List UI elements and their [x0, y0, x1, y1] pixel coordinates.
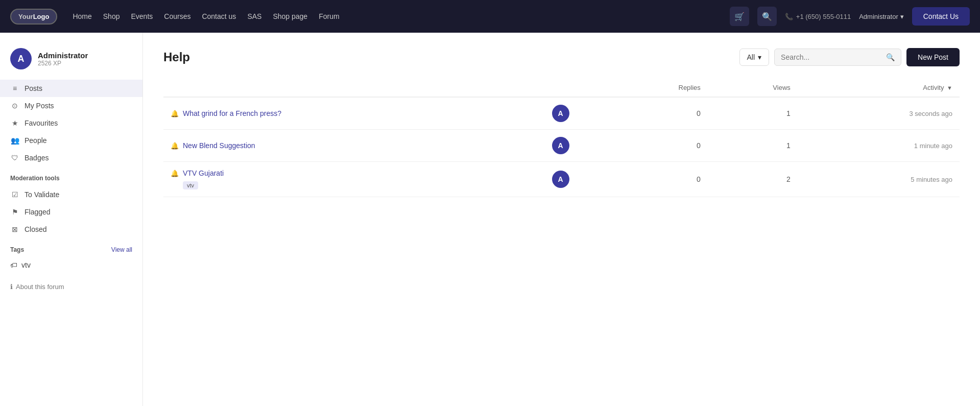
- nav-contact-us[interactable]: Contact us: [202, 12, 236, 20]
- flag-icon: ⚑: [10, 208, 19, 216]
- nav-shop[interactable]: Shop: [103, 12, 120, 20]
- logo[interactable]: YourLogo: [10, 9, 57, 25]
- nav-links: Home Shop Events Courses Contact us SAS …: [73, 12, 729, 20]
- user-name: Administrator: [38, 51, 88, 60]
- people-icon: 👥: [10, 136, 19, 145]
- page-body: A Administrator 2526 XP ≡ Posts ⊙ My Pos…: [0, 33, 980, 406]
- view-all-tags[interactable]: View all: [111, 246, 132, 253]
- sidebar-item-badges[interactable]: 🛡 Badges: [0, 149, 142, 166]
- sidebar-favourites-label: Favourites: [25, 119, 58, 127]
- filter-search-row: All ▾ 🔍 New Post: [739, 48, 960, 66]
- post-replies: 0: [605, 97, 708, 130]
- post-activity: 1 minute ago: [798, 130, 960, 162]
- nav-sas[interactable]: SAS: [247, 12, 261, 20]
- sidebar-closed-label: Closed: [25, 225, 47, 233]
- search-button[interactable]: 🔍: [757, 7, 777, 26]
- post-user-avatar: A: [552, 171, 569, 188]
- phone-info: 📞 +1 (650) 555-0111: [785, 13, 851, 20]
- post-link[interactable]: VTV Gujarati: [183, 169, 224, 177]
- sidebar-validate-label: To Validate: [25, 190, 59, 199]
- badges-icon: 🛡: [10, 154, 19, 162]
- contact-us-button[interactable]: Contact Us: [912, 7, 970, 26]
- new-post-button[interactable]: New Post: [906, 48, 960, 66]
- sidebar-tag-vtv[interactable]: 🏷 vtv: [0, 257, 142, 273]
- nav-shop-page[interactable]: Shop page: [273, 12, 307, 20]
- post-link[interactable]: What grind for a French press?: [183, 109, 281, 117]
- sidebar-item-people[interactable]: 👥 People: [0, 132, 142, 149]
- user-xp: 2526 XP: [38, 60, 88, 67]
- table-row: 🔔What grind for a French press?A013 seco…: [163, 97, 960, 130]
- cart-button[interactable]: 🛒: [730, 7, 749, 26]
- filter-dropdown[interactable]: All ▾: [739, 49, 770, 66]
- sidebar-item-to-validate[interactable]: ☑ To Validate: [0, 186, 142, 203]
- post-user-avatar: A: [552, 105, 569, 122]
- column-topic: [163, 79, 516, 97]
- post-replies: 0: [605, 162, 708, 197]
- filter-chevron-icon: ▾: [758, 53, 761, 61]
- admin-dropdown[interactable]: Administrator ▾: [859, 13, 904, 20]
- sidebar-item-closed[interactable]: ⊠ Closed: [0, 221, 142, 238]
- posts-table: Replies Views Activity ▼ 🔔What grind for…: [163, 79, 960, 197]
- tags-header: Tags View all: [0, 238, 142, 257]
- notification-bell-icon: 🔔: [171, 170, 179, 177]
- sidebar-people-label: People: [25, 136, 47, 145]
- sidebar-flagged-label: Flagged: [25, 208, 51, 216]
- post-tag-badge: vtv: [183, 181, 198, 189]
- notification-bell-icon: 🔔: [171, 142, 179, 150]
- post-activity: 5 minutes ago: [798, 162, 960, 197]
- top-navigation: YourLogo Home Shop Events Courses Contac…: [0, 0, 980, 33]
- nav-forum[interactable]: Forum: [319, 12, 339, 20]
- phone-number: +1 (650) 555-0111: [796, 13, 851, 20]
- search-box: 🔍: [774, 49, 901, 66]
- tag-label: vtv: [21, 261, 31, 269]
- search-icon: 🔍: [886, 53, 895, 61]
- notification-bell-icon: 🔔: [171, 110, 179, 117]
- info-icon: ℹ: [10, 283, 13, 291]
- table-row: 🔔New Blend SuggestionA011 minute ago: [163, 130, 960, 162]
- favourites-icon: ★: [10, 119, 19, 127]
- post-title-cell: 🔔New Blend Suggestion: [163, 130, 516, 162]
- column-replies: Replies: [605, 79, 708, 97]
- column-activity: Activity ▼: [798, 79, 960, 97]
- sidebar-posts-label: Posts: [25, 84, 42, 92]
- admin-label: Administrator: [859, 13, 898, 20]
- nav-home[interactable]: Home: [73, 12, 91, 20]
- post-link[interactable]: New Blend Suggestion: [183, 141, 255, 150]
- activity-sort-icon: ▼: [947, 85, 952, 91]
- sidebar-item-flagged[interactable]: ⚑ Flagged: [0, 203, 142, 221]
- posts-icon: ≡: [10, 84, 19, 92]
- post-title-cell: 🔔VTV Gujarativtv: [163, 162, 516, 197]
- about-forum-label: About this forum: [16, 283, 64, 291]
- main-content: Help All ▾ 🔍 New Post Replies: [143, 33, 980, 406]
- tags-title: Tags: [10, 246, 24, 253]
- column-avatar: [516, 79, 605, 97]
- forum-title: Help: [163, 50, 190, 64]
- tag-icon: 🏷: [10, 261, 17, 269]
- search-input[interactable]: [781, 53, 883, 61]
- user-profile: A Administrator 2526 XP: [0, 43, 142, 80]
- sidebar-item-my-posts[interactable]: ⊙ My Posts: [0, 97, 142, 114]
- moderation-section-title: Moderation tools: [0, 166, 142, 186]
- filter-label: All: [747, 53, 755, 61]
- about-forum[interactable]: ℹ About this forum: [0, 273, 142, 296]
- my-posts-icon: ⊙: [10, 102, 19, 110]
- user-avatar: A: [10, 48, 32, 69]
- sidebar-badges-label: Badges: [25, 154, 49, 162]
- sidebar-my-posts-label: My Posts: [25, 102, 54, 110]
- user-info: Administrator 2526 XP: [38, 51, 88, 67]
- post-views: 1: [708, 97, 798, 130]
- validate-icon: ☑: [10, 190, 19, 199]
- sidebar-item-posts[interactable]: ≡ Posts: [0, 80, 142, 97]
- closed-icon: ⊠: [10, 225, 19, 233]
- sidebar-item-favourites[interactable]: ★ Favourites: [0, 114, 142, 132]
- post-avatar-cell: A: [516, 162, 605, 197]
- posts-list: 🔔What grind for a French press?A013 seco…: [163, 97, 960, 197]
- post-title-cell: 🔔What grind for a French press?: [163, 97, 516, 130]
- nav-courses[interactable]: Courses: [164, 12, 190, 20]
- post-avatar-cell: A: [516, 97, 605, 130]
- post-replies: 0: [605, 130, 708, 162]
- post-views: 1: [708, 130, 798, 162]
- sidebar: A Administrator 2526 XP ≡ Posts ⊙ My Pos…: [0, 33, 143, 406]
- nav-events[interactable]: Events: [131, 12, 153, 20]
- column-views: Views: [708, 79, 798, 97]
